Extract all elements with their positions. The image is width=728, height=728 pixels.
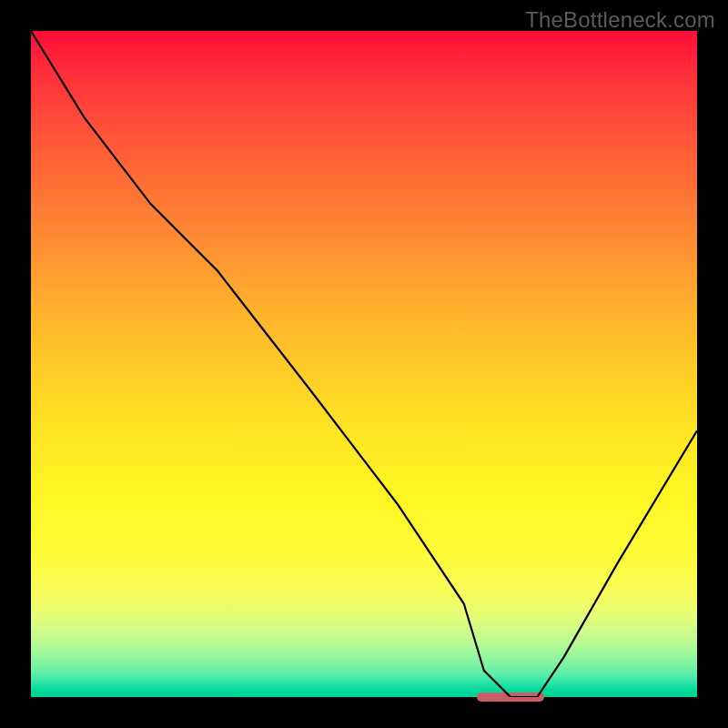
plot-area [31,31,697,697]
optimal-range-marker [477,693,543,702]
heat-gradient [31,31,697,697]
chart-frame: TheBottleneck.com [0,0,728,728]
watermark-text: TheBottleneck.com [525,7,715,33]
